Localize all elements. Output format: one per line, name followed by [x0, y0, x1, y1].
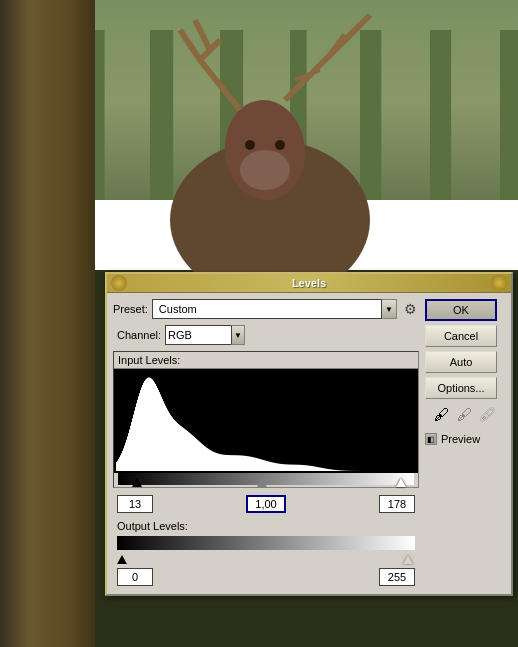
output-black-input[interactable]: [117, 568, 153, 586]
input-slider-area: [114, 473, 418, 487]
channel-row: Channel: RGB Red Green Blue ▼: [113, 325, 419, 345]
input-values-row: [113, 492, 419, 516]
preset-select[interactable]: Custom Default Lighter Darker: [152, 299, 397, 319]
dialog-right-panel: OK Cancel Auto Options... 🖋 🖋 🖋 ◧ Previe…: [425, 299, 505, 588]
levels-dialog: Levels Preset: Custom Default Lighter Da…: [105, 272, 513, 596]
output-black-slider[interactable]: [117, 555, 127, 564]
black-point-slider[interactable]: [132, 478, 142, 487]
black-input[interactable]: [117, 495, 153, 513]
histogram-section: Input Levels:: [113, 351, 419, 488]
output-values-row: [113, 566, 419, 588]
channel-select-wrapper: RGB Red Green Blue ▼: [165, 325, 245, 345]
output-white-slider[interactable]: [403, 555, 413, 564]
black-eyedropper-icon[interactable]: 🖋: [432, 405, 452, 425]
preset-label: Preset:: [113, 303, 148, 315]
dialog-left-panel: Preset: Custom Default Lighter Darker ▼ …: [113, 299, 419, 588]
output-section: Output Levels:: [113, 518, 419, 588]
preview-label: Preview: [441, 433, 480, 445]
mid-input[interactable]: [246, 495, 286, 513]
auto-button[interactable]: Auto: [425, 351, 497, 373]
channel-label: Channel:: [117, 329, 161, 341]
gray-eyedropper-icon[interactable]: 🖋: [455, 405, 475, 425]
ok-button[interactable]: OK: [425, 299, 497, 321]
white-point-slider[interactable]: [396, 478, 406, 487]
corner-ornament-right: [491, 275, 507, 291]
preset-select-wrapper: Custom Default Lighter Darker ▼: [152, 299, 397, 319]
channel-select[interactable]: RGB Red Green Blue: [165, 325, 245, 345]
dialog-body: Preset: Custom Default Lighter Darker ▼ …: [107, 293, 511, 594]
settings-icon[interactable]: ⚙: [401, 300, 419, 318]
output-levels-label: Output Levels:: [113, 518, 419, 534]
corner-ornament-left: [111, 275, 127, 291]
histogram-canvas: [116, 371, 366, 471]
histogram-canvas-wrap: [114, 369, 418, 473]
preview-row: ◧ Preview: [425, 431, 505, 447]
output-slider-area: [113, 552, 419, 566]
midpoint-slider[interactable]: [257, 478, 267, 487]
white-input[interactable]: [379, 495, 415, 513]
eyedropper-row: 🖋 🖋 🖋: [425, 403, 505, 427]
input-levels-label: Input Levels:: [114, 352, 418, 369]
options-button[interactable]: Options...: [425, 377, 497, 399]
preview-checkbox-icon[interactable]: ◧: [425, 433, 437, 445]
output-white-input[interactable]: [379, 568, 415, 586]
dialog-title: Levels: [292, 277, 326, 289]
white-eyedropper-icon[interactable]: 🖋: [478, 405, 498, 425]
output-gradient: [117, 536, 415, 550]
cancel-button[interactable]: Cancel: [425, 325, 497, 347]
dialog-titlebar: Levels: [107, 274, 511, 293]
preset-row: Preset: Custom Default Lighter Darker ▼ …: [113, 299, 419, 319]
